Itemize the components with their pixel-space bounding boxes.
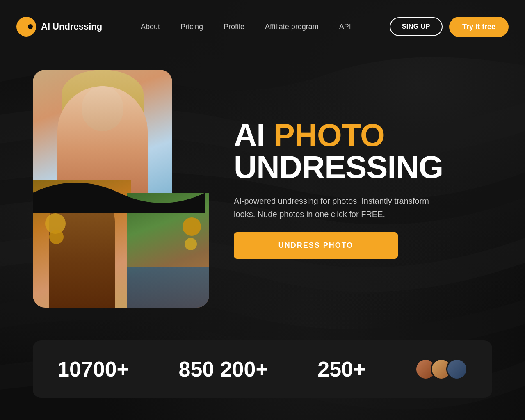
s-curve-divider: [33, 172, 205, 213]
nav-actions: SING UP Try it free: [390, 17, 509, 37]
brand-name: AI Undressing: [41, 21, 102, 32]
logo-icon: [16, 17, 36, 37]
stat-divider-2: [293, 357, 293, 381]
hero-section: AI PHOTO UNDRESSING AI-powered undressin…: [0, 53, 525, 340]
signup-button[interactable]: SING UP: [390, 17, 443, 36]
stat-divider-1: [154, 357, 154, 381]
brand-logo[interactable]: AI Undressing: [16, 17, 102, 37]
hero-content: AI PHOTO UNDRESSING AI-powered undressin…: [234, 119, 492, 259]
nav-item-affiliate[interactable]: Affiliate program: [265, 23, 319, 31]
avatar-3: [446, 358, 468, 380]
undress-photo-button[interactable]: UNDRESS PHOTO: [234, 232, 398, 259]
nav-item-pricing[interactable]: Pricing: [180, 23, 203, 31]
stat-item-photos: 10700+: [57, 357, 129, 381]
try-free-button[interactable]: Try it free: [449, 17, 509, 37]
stats-section: 10700+ 850 200+ 250+: [33, 340, 492, 398]
nav-links: About Pricing Profile Affiliate program …: [141, 23, 351, 31]
hero-title: AI PHOTO UNDRESSING: [234, 119, 492, 183]
nav-item-profile[interactable]: Profile: [224, 23, 244, 31]
nav-link-affiliate[interactable]: Affiliate program: [265, 23, 319, 31]
nav-item-api[interactable]: API: [339, 23, 351, 31]
navbar: AI Undressing About Pricing Profile Affi…: [0, 0, 525, 53]
stat-item-countries: 250+: [317, 357, 365, 381]
stat-number-photos: 10700+: [57, 357, 129, 381]
nav-link-profile[interactable]: Profile: [224, 23, 244, 31]
nav-item-about[interactable]: About: [141, 23, 160, 31]
nav-link-api[interactable]: API: [339, 23, 351, 31]
hero-subtitle: AI-powered undressing for photos! Instan…: [234, 194, 431, 221]
stat-item-users: 850 200+: [178, 357, 268, 381]
nav-link-pricing[interactable]: Pricing: [180, 23, 203, 31]
avatar-group: [415, 358, 468, 380]
hero-title-ai: AI: [234, 117, 274, 153]
hero-title-photo: PHOTO: [274, 117, 385, 153]
stat-number-users: 850 200+: [178, 357, 268, 381]
hero-image-collage: [33, 70, 209, 308]
hero-title-undressing: UNDRESSING: [234, 151, 492, 183]
stat-number-countries: 250+: [317, 357, 365, 381]
stat-divider-3: [390, 357, 390, 381]
nav-link-about[interactable]: About: [141, 23, 160, 31]
